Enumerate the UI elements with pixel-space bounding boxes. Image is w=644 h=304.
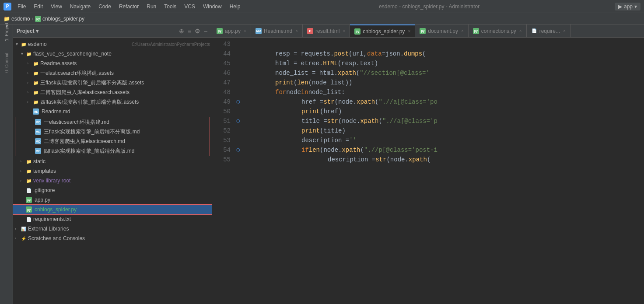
sidebar-tab-project[interactable]: 1: Project [1,26,12,38]
tab-close-document-py[interactable]: × [461,28,464,33]
tree-label-scratches: Scratches and Consoles [28,235,210,241]
gutter-47 [234,78,242,87]
gutter-column: ⬡ ⬡ ⬡ [234,38,242,304]
tree-arrow-esdemo: ▼ [15,42,19,46]
tab-app-py[interactable]: py app.py × [212,24,251,37]
menu-help[interactable]: Help [226,3,244,10]
txt-icon-requirements: 📄 [26,216,32,222]
tab-close-app-py[interactable]: × [244,28,246,33]
menu-vcs[interactable]: VCS [181,3,199,10]
tab-readme-md[interactable]: MD Readme.md × [251,24,303,37]
menu-file[interactable]: File [14,3,29,10]
tree-item-venv[interactable]: › 📁 venv library root [13,176,212,185]
code-area[interactable]: 43 44 45 46 47 48 49 50 51 52 53 54 55 [212,38,644,304]
tree-arrow-flask-vue: ▼ [20,52,24,56]
md-icon-blog2: MD [35,138,41,144]
code-line-44: resp = requests.post(url, data=json.dump… [249,49,644,59]
tree-label-flask-vue: flask_vue_es_searchengine_note [33,51,210,57]
breadcrumb-root[interactable]: esdemo [11,16,30,22]
file-py-icon: py [35,16,41,22]
tree-label-elastic-assets: 一elasticsearch环境搭建.assets [40,70,210,77]
tab-document-py[interactable]: py document.py × [415,24,469,37]
line-numbers: 43 44 45 46 47 48 49 50 51 52 53 54 55 [212,38,234,304]
code-line-50: print(href) [249,107,644,116]
menu-run[interactable]: Run [143,3,160,10]
code-line-55: description = str(node.xpath( [249,155,644,164]
code-line-45: html = etree.HTML(resp.text) [249,59,644,68]
tree-label-flask4-assets: 四flask实现搜索引擎_前后端分离版.assets [40,98,210,106]
tree-item-external-libs[interactable]: › 📊 External Libraries [13,224,212,234]
tab-icon-cnblogs: py [354,28,360,35]
tree-label-readme-md: Readme.md [42,108,210,115]
code-content[interactable]: resp = requests.post(url, data=json.dump… [242,38,644,304]
red-border-highlighted-group: MD 一elasticsearch环境搭建.md MD 三flask实现搜索引擎… [15,117,210,156]
tab-close-cnblogs[interactable]: × [408,29,410,34]
locate-file-icon[interactable]: ⊕ [178,27,185,35]
tab-cnblogs-spider[interactable]: py cnblogs_spider.py × [350,24,415,37]
menu-edit[interactable]: Edit [30,3,46,10]
menu-refactor[interactable]: Refactor [116,3,142,10]
tree-item-scratches[interactable]: › ⚡ Scratches and Consoles [13,234,212,243]
sidebar-tab-commit[interactable]: 0: Commit [1,57,12,68]
breadcrumb: 📁 esdemo › py cnblogs_spider.py [0,13,644,24]
tree-item-flask3-assets[interactable]: › 📁 三flask实现搜索引擎_前后端不分离版.assets [13,78,212,87]
tab-connections-py[interactable]: py connections.py × [469,24,527,37]
tree-item-esdemo[interactable]: ▼ 📁 esdemo C:\Users\Administrator\Pychar… [13,39,212,49]
menu-window[interactable]: Window [200,3,225,10]
tree-item-requirements[interactable]: 📄 requirements.txt [13,214,212,224]
settings-icon[interactable]: ⚙ [194,27,201,35]
tree-item-flask3-md[interactable]: MD 三flask实现搜索引擎_前后端不分离版.md [15,127,210,136]
tab-label-app-py: app.py [225,28,241,34]
line-num-45: 45 [216,59,231,68]
menu-navigate[interactable]: Navigate [66,3,94,10]
tree-item-flask-vue[interactable]: ▼ 📁 flask_vue_es_searchengine_note [13,49,212,59]
menu-view[interactable]: View [47,3,66,10]
tree-item-blog2-assets[interactable]: › 📁 二博客园爬虫入库elasticsearch.assets [13,87,212,97]
collapse-all-icon[interactable]: ≡ [187,27,192,35]
tree-label-readme-assets: Readme.assets [40,60,210,66]
tab-label-requirements: require... [539,28,560,34]
project-panel: Project ▾ ⊕ ≡ ⚙ – ▼ 📁 esdemo C:\Users\Ad… [13,24,212,304]
tree-item-blog2-md[interactable]: MD 二博客园爬虫入库elasticsearch.md [15,136,210,146]
run-configuration[interactable]: ▶ app ▾ [615,3,640,10]
tree-item-cnblogs-spider[interactable]: py cnblogs_spider.py [13,205,212,214]
tab-close-readme-md[interactable]: × [295,28,298,33]
gutter-46 [234,68,242,78]
tree-item-elastic-assets[interactable]: › 📁 一elasticsearch环境搭建.assets [13,68,212,78]
tree-path-esdemo: C:\Users\Administrator\PycharmProjects [132,42,210,47]
code-line-51: title = str(node.xpath(".//a[@class='p [249,116,644,126]
tree-label-venv: venv library root [33,178,210,184]
tab-close-result-html[interactable]: × [343,28,345,33]
tab-icon-result-html: H [307,28,313,34]
line-num-46: 46 [216,68,231,78]
tree-item-readme-md[interactable]: MD Readme.md [13,107,212,116]
tree-label-app-py: app.py [35,197,210,203]
md-icon-flask3: MD [35,129,41,135]
breadcrumb-file-name[interactable]: cnblogs_spider.py [42,16,84,22]
tree-item-flask4-assets[interactable]: › 📁 四flask实现搜索引擎_前后端分离版.assets [13,97,212,107]
tree-item-flask4-md[interactable]: MD 四flask实现搜索引擎_前后端分离版.md [15,146,210,156]
menu-code[interactable]: Code [95,3,115,10]
tab-close-requirements[interactable]: × [563,28,566,33]
tree-item-static[interactable]: › 📁 static [13,157,212,166]
tree-item-templates[interactable]: › 📁 templates [13,166,212,176]
tree-item-gitignore[interactable]: 📄 .gitignore [13,185,212,195]
tree-item-elastic-md[interactable]: MD 一elasticsearch环境搭建.md [15,117,210,127]
menu-tools[interactable]: Tools [161,3,180,10]
tab-close-connections-py[interactable]: × [519,28,522,33]
tab-icon-requirements: 📄 [531,28,537,34]
code-line-48: for node in node_list: [249,87,644,97]
folder-icon-flask4-assets: 📁 [33,99,39,105]
code-line-49: href = str(node.xpath(".//a[@class='po [249,97,644,107]
tab-result-html[interactable]: H result.html × [303,24,350,37]
close-panel-icon[interactable]: – [203,27,208,35]
md-icon-elastic: MD [35,119,41,125]
line-num-52: 52 [216,126,231,136]
title-bar: P File Edit View Navigate Code Refactor … [0,0,644,13]
gutter-53 [234,136,242,145]
md-icon-readme: MD [33,108,39,115]
tree-item-readme-assets[interactable]: › 📁 Readme.assets [13,59,212,68]
app-logo: P [4,3,11,10]
tree-item-app-py[interactable]: py app.py [13,195,212,205]
tab-requirements[interactable]: 📄 require... × [527,24,570,37]
